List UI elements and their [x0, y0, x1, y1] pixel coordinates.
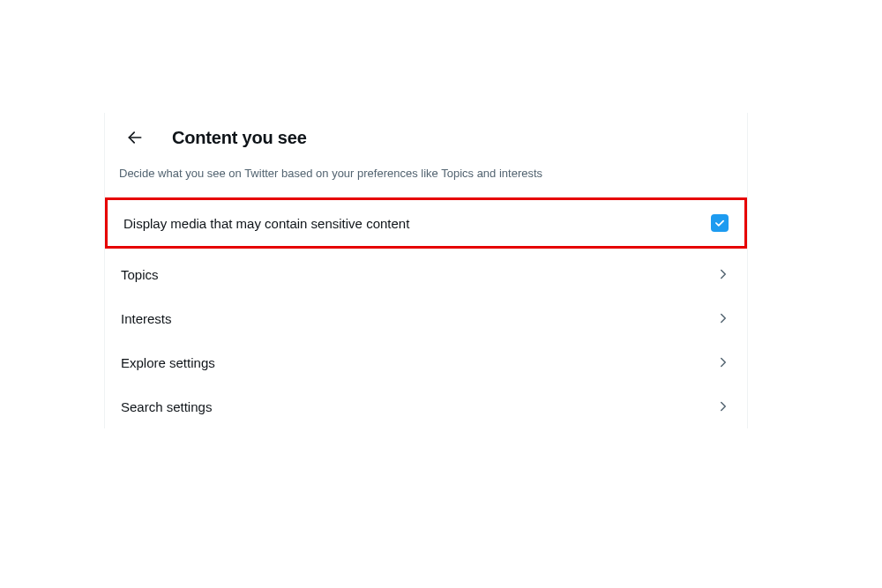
nav-item-interests[interactable]: Interests: [105, 296, 747, 340]
page-subtitle: Decide what you see on Twitter based on …: [105, 166, 747, 197]
chevron-right-icon: [715, 310, 731, 326]
page-title: Content you see: [172, 128, 307, 148]
chevron-right-icon: [715, 266, 731, 282]
highlight-annotation: Display media that may contain sensitive…: [105, 197, 747, 249]
sensitive-content-toggle-row[interactable]: Display media that may contain sensitive…: [108, 200, 744, 246]
nav-item-topics[interactable]: Topics: [105, 252, 747, 296]
chevron-right-icon: [715, 398, 731, 414]
header: Content you see: [105, 113, 747, 166]
back-arrow-icon: [126, 129, 144, 146]
nav-item-label: Explore settings: [121, 355, 215, 370]
nav-item-search-settings[interactable]: Search settings: [105, 384, 747, 428]
sensitive-content-label: Display media that may contain sensitive…: [123, 216, 409, 231]
chevron-right-icon: [715, 354, 731, 370]
settings-panel: Content you see Decide what you see on T…: [104, 113, 748, 428]
nav-item-label: Search settings: [121, 399, 212, 414]
nav-item-explore-settings[interactable]: Explore settings: [105, 340, 747, 384]
nav-item-label: Interests: [121, 311, 172, 326]
back-button[interactable]: [119, 122, 151, 153]
sensitive-content-checkbox[interactable]: [711, 214, 729, 232]
nav-item-label: Topics: [121, 267, 159, 282]
checkmark-icon: [714, 217, 726, 229]
